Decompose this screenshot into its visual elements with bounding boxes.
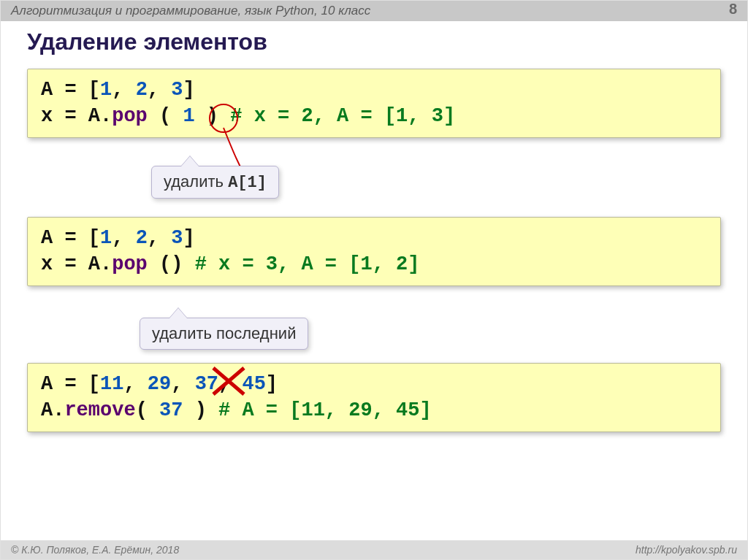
slide-title: Удаление элементов (1, 21, 747, 63)
code-line: A = [11, 29, 37, 45] (41, 371, 707, 397)
slide-header: Алгоритмизация и программирование, язык … (1, 1, 747, 21)
site-url: http://kpolyakov.spb.ru (636, 544, 737, 556)
code-line: A.remove( 37 ) # A = [11, 29, 45] (41, 397, 707, 423)
code-block-remove: A = [11, 29, 37, 45] A.remove( 37 ) # A … (27, 363, 721, 432)
callout-delete-last: удалить последний (140, 318, 308, 350)
code-line: x = A.pop ( 1 ) # x = 2, A = [1, 3] (41, 103, 707, 129)
copyright: © К.Ю. Поляков, Е.А. Ерёмин, 2018 (11, 544, 179, 556)
code-line: A = [1, 2, 3] (41, 225, 707, 251)
slide-footer: © К.Ю. Поляков, Е.А. Ерёмин, 2018 http:/… (1, 540, 747, 559)
code-block-pop-last: A = [1, 2, 3] x = A.pop () # x = 3, A = … (27, 217, 721, 286)
page-number: 8 (729, 1, 737, 18)
code-line: A = [1, 2, 3] (41, 77, 707, 103)
slide-body: A = [1, 2, 3] x = A.pop ( 1 ) # x = 2, A… (1, 69, 747, 432)
breadcrumb: Алгоритмизация и программирование, язык … (11, 4, 370, 18)
code-block-pop-index: A = [1, 2, 3] x = A.pop ( 1 ) # x = 2, A… (27, 69, 721, 138)
callout-delete-index: удалить A[1] (151, 166, 279, 199)
code-line: x = A.pop () # x = 3, A = [1, 2] (41, 251, 707, 277)
